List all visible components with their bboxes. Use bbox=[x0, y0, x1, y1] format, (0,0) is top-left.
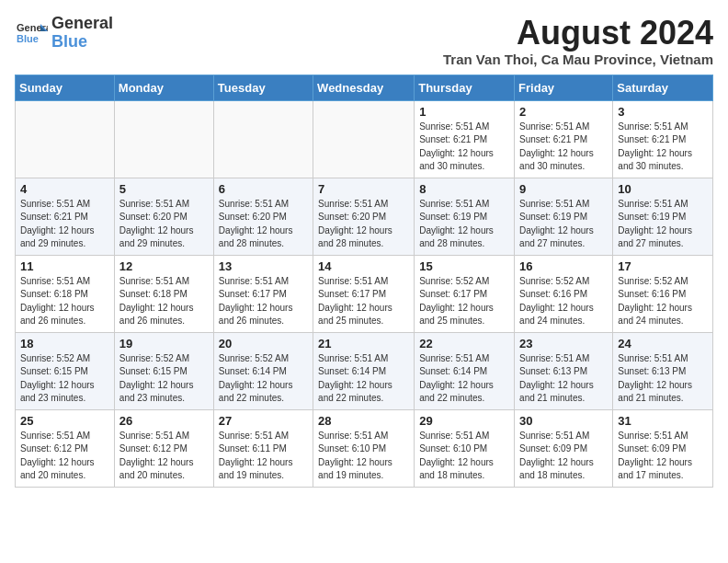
location: Tran Van Thoi, Ca Mau Province, Vietnam bbox=[443, 52, 713, 67]
calendar-cell: 7Sunrise: 5:51 AM Sunset: 6:20 PM Daylig… bbox=[313, 178, 415, 255]
day-number: 1 bbox=[419, 105, 509, 119]
day-number: 21 bbox=[318, 337, 409, 350]
weekday-header-monday: Monday bbox=[114, 75, 213, 100]
calendar-cell: 5Sunrise: 5:51 AM Sunset: 6:20 PM Daylig… bbox=[114, 178, 213, 255]
page-header: General Blue General Blue August 2024 Tr… bbox=[15, 15, 713, 67]
day-number: 22 bbox=[419, 337, 509, 350]
day-number: 18 bbox=[20, 337, 109, 350]
day-info: Sunrise: 5:51 AM Sunset: 6:09 PM Dayligh… bbox=[519, 430, 608, 483]
calendar-cell: 6Sunrise: 5:51 AM Sunset: 6:20 PM Daylig… bbox=[213, 178, 313, 255]
calendar-cell: 20Sunrise: 5:52 AM Sunset: 6:14 PM Dayli… bbox=[213, 332, 313, 409]
calendar-cell: 29Sunrise: 5:51 AM Sunset: 6:10 PM Dayli… bbox=[415, 409, 515, 487]
calendar-cell bbox=[213, 100, 313, 178]
calendar-cell: 25Sunrise: 5:51 AM Sunset: 6:12 PM Dayli… bbox=[16, 409, 115, 487]
calendar-cell: 21Sunrise: 5:51 AM Sunset: 6:14 PM Dayli… bbox=[313, 332, 415, 409]
calendar-cell: 16Sunrise: 5:52 AM Sunset: 6:16 PM Dayli… bbox=[515, 255, 613, 332]
day-info: Sunrise: 5:51 AM Sunset: 6:20 PM Dayligh… bbox=[219, 198, 308, 251]
day-number: 20 bbox=[219, 337, 308, 350]
weekday-header-row: SundayMondayTuesdayWednesdayThursdayFrid… bbox=[16, 75, 713, 100]
day-number: 26 bbox=[119, 414, 209, 428]
day-number: 29 bbox=[419, 414, 509, 428]
logo-line1: General bbox=[51, 15, 113, 33]
day-number: 13 bbox=[219, 259, 308, 273]
day-number: 11 bbox=[20, 259, 109, 273]
day-number: 27 bbox=[219, 414, 308, 428]
weekday-header-friday: Friday bbox=[515, 75, 613, 100]
week-row-5: 25Sunrise: 5:51 AM Sunset: 6:12 PM Dayli… bbox=[16, 409, 713, 487]
day-number: 17 bbox=[618, 259, 708, 273]
logo-icon: General Blue bbox=[15, 17, 48, 50]
day-info: Sunrise: 5:52 AM Sunset: 6:15 PM Dayligh… bbox=[119, 352, 209, 406]
day-info: Sunrise: 5:51 AM Sunset: 6:14 PM Dayligh… bbox=[318, 352, 409, 406]
calendar-cell: 17Sunrise: 5:52 AM Sunset: 6:16 PM Dayli… bbox=[613, 255, 713, 332]
day-info: Sunrise: 5:51 AM Sunset: 6:19 PM Dayligh… bbox=[519, 198, 608, 251]
day-info: Sunrise: 5:51 AM Sunset: 6:21 PM Dayligh… bbox=[419, 121, 509, 174]
calendar-cell: 27Sunrise: 5:51 AM Sunset: 6:11 PM Dayli… bbox=[213, 409, 313, 487]
calendar-cell: 3Sunrise: 5:51 AM Sunset: 6:21 PM Daylig… bbox=[613, 100, 713, 178]
day-number: 23 bbox=[519, 337, 608, 350]
day-number: 31 bbox=[618, 414, 708, 428]
calendar-cell: 8Sunrise: 5:51 AM Sunset: 6:19 PM Daylig… bbox=[415, 178, 515, 255]
weekday-header-thursday: Thursday bbox=[415, 75, 515, 100]
calendar-cell: 14Sunrise: 5:51 AM Sunset: 6:17 PM Dayli… bbox=[313, 255, 415, 332]
calendar-cell: 31Sunrise: 5:51 AM Sunset: 6:09 PM Dayli… bbox=[613, 409, 713, 487]
day-info: Sunrise: 5:51 AM Sunset: 6:14 PM Dayligh… bbox=[419, 352, 509, 406]
calendar-cell: 19Sunrise: 5:52 AM Sunset: 6:15 PM Dayli… bbox=[114, 332, 213, 409]
day-info: Sunrise: 5:51 AM Sunset: 6:09 PM Dayligh… bbox=[618, 430, 708, 483]
day-number: 3 bbox=[618, 105, 708, 119]
day-info: Sunrise: 5:51 AM Sunset: 6:12 PM Dayligh… bbox=[119, 430, 209, 483]
calendar-cell: 13Sunrise: 5:51 AM Sunset: 6:17 PM Dayli… bbox=[213, 255, 313, 332]
day-number: 10 bbox=[618, 182, 708, 196]
weekday-header-sunday: Sunday bbox=[16, 75, 115, 100]
day-info: Sunrise: 5:51 AM Sunset: 6:10 PM Dayligh… bbox=[419, 430, 509, 483]
day-number: 4 bbox=[20, 182, 109, 196]
calendar-cell: 18Sunrise: 5:52 AM Sunset: 6:15 PM Dayli… bbox=[16, 332, 115, 409]
day-info: Sunrise: 5:52 AM Sunset: 6:14 PM Dayligh… bbox=[219, 352, 308, 406]
day-number: 15 bbox=[419, 259, 509, 273]
day-info: Sunrise: 5:51 AM Sunset: 6:19 PM Dayligh… bbox=[618, 198, 708, 251]
calendar-cell: 30Sunrise: 5:51 AM Sunset: 6:09 PM Dayli… bbox=[515, 409, 613, 487]
day-info: Sunrise: 5:52 AM Sunset: 6:16 PM Dayligh… bbox=[519, 275, 608, 328]
day-info: Sunrise: 5:51 AM Sunset: 6:18 PM Dayligh… bbox=[20, 275, 109, 328]
logo-text: General Blue bbox=[51, 15, 113, 52]
week-row-4: 18Sunrise: 5:52 AM Sunset: 6:15 PM Dayli… bbox=[16, 332, 713, 409]
calendar-cell: 22Sunrise: 5:51 AM Sunset: 6:14 PM Dayli… bbox=[415, 332, 515, 409]
calendar-cell bbox=[313, 100, 415, 178]
calendar-cell: 10Sunrise: 5:51 AM Sunset: 6:19 PM Dayli… bbox=[613, 178, 713, 255]
calendar-cell: 24Sunrise: 5:51 AM Sunset: 6:13 PM Dayli… bbox=[613, 332, 713, 409]
day-info: Sunrise: 5:51 AM Sunset: 6:17 PM Dayligh… bbox=[318, 275, 409, 328]
day-number: 9 bbox=[519, 182, 608, 196]
day-info: Sunrise: 5:51 AM Sunset: 6:20 PM Dayligh… bbox=[318, 198, 409, 251]
day-info: Sunrise: 5:51 AM Sunset: 6:11 PM Dayligh… bbox=[219, 430, 308, 483]
calendar-cell: 26Sunrise: 5:51 AM Sunset: 6:12 PM Dayli… bbox=[114, 409, 213, 487]
week-row-2: 4Sunrise: 5:51 AM Sunset: 6:21 PM Daylig… bbox=[16, 178, 713, 255]
day-number: 12 bbox=[119, 259, 209, 273]
calendar-cell bbox=[114, 100, 213, 178]
day-number: 30 bbox=[519, 414, 608, 428]
day-number: 28 bbox=[318, 414, 409, 428]
day-number: 24 bbox=[618, 337, 708, 350]
day-number: 16 bbox=[519, 259, 608, 273]
calendar-cell: 23Sunrise: 5:51 AM Sunset: 6:13 PM Dayli… bbox=[515, 332, 613, 409]
calendar-cell: 9Sunrise: 5:51 AM Sunset: 6:19 PM Daylig… bbox=[515, 178, 613, 255]
calendar-cell: 12Sunrise: 5:51 AM Sunset: 6:18 PM Dayli… bbox=[114, 255, 213, 332]
day-info: Sunrise: 5:51 AM Sunset: 6:19 PM Dayligh… bbox=[419, 198, 509, 251]
day-info: Sunrise: 5:51 AM Sunset: 6:21 PM Dayligh… bbox=[519, 121, 608, 174]
calendar-cell: 28Sunrise: 5:51 AM Sunset: 6:10 PM Dayli… bbox=[313, 409, 415, 487]
day-number: 2 bbox=[519, 105, 608, 119]
day-number: 25 bbox=[20, 414, 109, 428]
calendar-cell: 11Sunrise: 5:51 AM Sunset: 6:18 PM Dayli… bbox=[16, 255, 115, 332]
weekday-header-wednesday: Wednesday bbox=[313, 75, 415, 100]
day-info: Sunrise: 5:51 AM Sunset: 6:13 PM Dayligh… bbox=[519, 352, 608, 406]
day-number: 7 bbox=[318, 182, 409, 196]
day-number: 6 bbox=[219, 182, 308, 196]
calendar-cell: 15Sunrise: 5:52 AM Sunset: 6:17 PM Dayli… bbox=[415, 255, 515, 332]
day-number: 14 bbox=[318, 259, 409, 273]
week-row-1: 1Sunrise: 5:51 AM Sunset: 6:21 PM Daylig… bbox=[16, 100, 713, 178]
logo-line2: Blue bbox=[51, 33, 113, 52]
day-info: Sunrise: 5:51 AM Sunset: 6:17 PM Dayligh… bbox=[219, 275, 308, 328]
day-info: Sunrise: 5:51 AM Sunset: 6:21 PM Dayligh… bbox=[20, 198, 109, 251]
day-info: Sunrise: 5:51 AM Sunset: 6:12 PM Dayligh… bbox=[20, 430, 109, 483]
day-info: Sunrise: 5:52 AM Sunset: 6:16 PM Dayligh… bbox=[618, 275, 708, 328]
calendar-cell: 1Sunrise: 5:51 AM Sunset: 6:21 PM Daylig… bbox=[415, 100, 515, 178]
